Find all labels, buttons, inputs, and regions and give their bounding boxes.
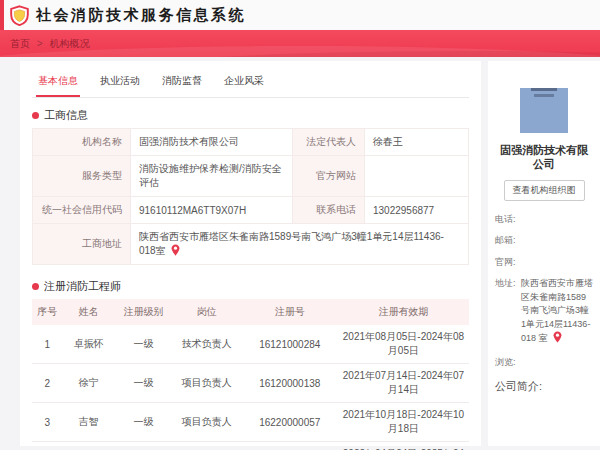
tab-basic-info[interactable]: 基本信息 (36, 71, 80, 97)
cell: 16121000284 (242, 325, 338, 364)
breadcrumb-band: 首页 > 机构概况 (0, 30, 600, 57)
field-value (521, 234, 593, 248)
cell: 徐宁 (63, 364, 115, 403)
field-value: 消防设施维护保养检测/消防安全评估 (131, 156, 293, 197)
field-label: 浏览: (495, 356, 521, 370)
cell: 项目负责人 (172, 403, 242, 442)
table-row: 1 卓振怀 一级 技术负责人 16121000284 2021年08月05日-2… (32, 325, 469, 364)
cell: 2022年04月24日-2025年04月24日 (338, 442, 469, 450)
field-label: 官方网站 (293, 156, 365, 197)
cell: 卓振怀 (63, 325, 115, 364)
cell: 13720000601 (242, 442, 338, 450)
app-header: 社会消防技术服务信息系统 (0, 0, 600, 30)
field-label: 官网: (495, 256, 521, 270)
tab-fire-supervision[interactable]: 消防监督 (160, 71, 204, 97)
engineers-section: 注册消防工程师 序号 姓名 注册级别 岗位 注册号 注册有效期 (32, 279, 469, 450)
field-value: 13022956877 (365, 197, 469, 224)
section-title-text: 注册消防工程师 (44, 279, 121, 294)
field-label: 服务类型 (33, 156, 131, 197)
cell: 项目负责人 (172, 364, 242, 403)
company-sidebar: 固强消防技术有限公司 查看机构组织图 电话: 邮箱: 官网: 地址: 陕西省西安… (488, 61, 600, 446)
contact-field-views: 浏览: (495, 356, 593, 370)
business-info-table: 机构名称 固强消防技术有限公司 法定代表人 徐春王 服务类型 消防设施维护保养检… (32, 128, 469, 265)
cell: 3 (32, 403, 63, 442)
breadcrumb-home-link[interactable]: 首页 (10, 38, 30, 49)
col-header-level: 注册级别 (115, 299, 172, 325)
cell: 一级 (115, 364, 172, 403)
engineers-table: 序号 姓名 注册级别 岗位 注册号 注册有效期 1 卓振怀 一级 (32, 299, 469, 450)
business-info-section: 工商信息 机构名称 固强消防技术有限公司 法定代表人 徐春王 服务类型 消防设施… (32, 108, 469, 265)
address-text: 陕西省西安市雁塔区朱雀南路1589号南飞鸿广场3幢1单元14层11436-018… (139, 231, 444, 256)
map-pin-icon[interactable] (553, 331, 562, 348)
breadcrumb: 首页 > 机构概况 (10, 37, 89, 51)
field-value: 固强消防技术有限公司 (131, 129, 293, 156)
section-title-business-info: 工商信息 (32, 108, 469, 123)
cell: 2021年07月14日-2024年07月14日 (338, 364, 469, 403)
company-name: 固强消防技术有限公司 (495, 143, 593, 172)
bullet-dot-icon (32, 112, 39, 119)
col-header-position: 岗位 (172, 299, 242, 325)
cell: 高敬红 (63, 442, 115, 450)
table-row: 2 徐宁 一级 项目负责人 16120000138 2021年07月14日-20… (32, 364, 469, 403)
field-label: 电话: (495, 213, 521, 227)
logo-placeholder-text (534, 94, 554, 97)
cell: 一级 (115, 325, 172, 364)
field-value (521, 256, 593, 270)
contact-field-address: 地址: 陕西省西安市雁塔区朱雀南路1589号南飞鸿广场3幢1单元14层11436… (495, 277, 593, 348)
page: 社会消防技术服务信息系统 首页 > 机构概况 基本信息 执业活动 消防监督 企业… (0, 0, 600, 450)
main-panel: 基本信息 执业活动 消防监督 企业风采 工商信息 机构名称 固强消防技术有限公司… (20, 61, 481, 446)
table-row: 服务类型 消防设施维护保养检测/消防安全评估 官方网站 (33, 156, 469, 197)
contact-field-website: 官网: (495, 256, 593, 270)
breadcrumb-separator: > (37, 38, 43, 49)
cell: 16120000138 (242, 364, 338, 403)
tab-company-gallery[interactable]: 企业风采 (222, 71, 266, 97)
address-cell: 陕西省西安市雁塔区朱雀南路1589号南飞鸿广场3幢1单元14层11436-018… (131, 224, 469, 265)
breadcrumb-current: 机构概况 (49, 38, 89, 49)
cell: 一级 (115, 442, 172, 450)
field-value (365, 156, 469, 197)
field-label: 统一社会信用代码 (33, 197, 131, 224)
tab-practice-activity[interactable]: 执业活动 (98, 71, 142, 97)
cell: 16220000057 (242, 403, 338, 442)
contact-field-email: 邮箱: (495, 234, 593, 248)
cell: 一级 (115, 403, 172, 442)
cell: 2021年08月05日-2024年08月05日 (338, 325, 469, 364)
table-row: 机构名称 固强消防技术有限公司 法定代表人 徐春王 (33, 129, 469, 156)
field-label: 机构名称 (33, 129, 131, 156)
field-value: 徐春王 (365, 129, 469, 156)
table-row: 工商地址 陕西省西安市雁塔区朱雀南路1589号南飞鸿广场3幢1单元14层1143… (33, 224, 469, 265)
logo-placeholder-text (531, 88, 557, 91)
cell: 1 (32, 325, 63, 364)
field-label: 地址: (495, 277, 521, 348)
col-header-validity: 注册有效期 (338, 299, 469, 325)
page-title: 社会消防技术服务信息系统 (36, 6, 246, 25)
table-header-row: 序号 姓名 注册级别 岗位 注册号 注册有效期 (32, 299, 469, 325)
field-value: 陕西省西安市雁塔区朱雀南路1589号南飞鸿广场3幢1单元14层11436-018… (521, 277, 593, 348)
shield-logo-icon (9, 5, 30, 26)
table-row: 统一社会信用代码 91610112MA6TT9X07H 联系电话 1302295… (33, 197, 469, 224)
section-title-engineers: 注册消防工程师 (32, 279, 469, 294)
col-header-index: 序号 (32, 299, 63, 325)
section-title-text: 工商信息 (44, 108, 88, 123)
map-pin-icon[interactable] (171, 244, 180, 258)
field-value (521, 213, 593, 227)
cell: 项目负责人 (172, 442, 242, 450)
field-label: 法定代表人 (293, 129, 365, 156)
company-intro-label: 公司简介: (495, 379, 593, 394)
field-label: 邮箱: (495, 234, 521, 248)
cell: 技术负责人 (172, 325, 242, 364)
field-value: 91610112MA6TT9X07H (131, 197, 293, 224)
company-logo-placeholder (520, 88, 568, 133)
col-header-regno: 注册号 (242, 299, 338, 325)
col-header-name: 姓名 (63, 299, 115, 325)
cell: 吉智 (63, 403, 115, 442)
field-label: 工商地址 (33, 224, 131, 265)
content-area: 基本信息 执业活动 消防监督 企业风采 工商信息 机构名称 固强消防技术有限公司… (0, 57, 600, 446)
cell: 4 (32, 442, 63, 450)
tab-bar: 基本信息 执业活动 消防监督 企业风采 (32, 67, 469, 98)
field-label: 联系电话 (293, 197, 365, 224)
cell: 2021年10月18日-2024年10月18日 (338, 403, 469, 442)
field-value (521, 356, 593, 370)
bullet-dot-icon (32, 283, 39, 290)
view-org-chart-button[interactable]: 查看机构组织图 (504, 180, 585, 201)
